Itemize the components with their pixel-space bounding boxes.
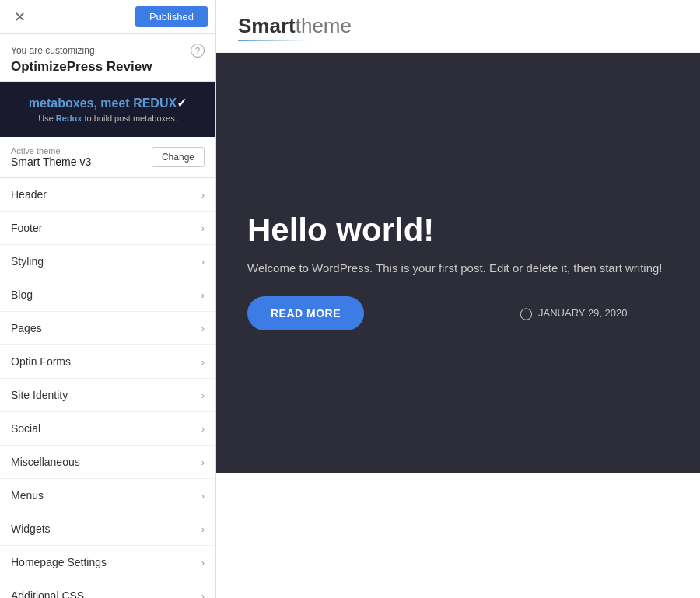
chevron-right-icon: › <box>201 557 205 568</box>
nav-item-label: Menus <box>11 489 44 502</box>
logo-theme: theme <box>296 14 352 37</box>
nav-item-label: Optin Forms <box>11 355 71 368</box>
you-are-customizing-text: You are customizing <box>11 45 95 56</box>
nav-item-blog[interactable]: Blog › <box>0 278 215 312</box>
nav-item-optin-forms[interactable]: Optin Forms › <box>0 345 215 379</box>
nav-items: Header › Footer › Styling › Blog › Pages… <box>0 178 215 598</box>
chevron-right-icon: › <box>201 289 205 301</box>
chevron-right-icon: › <box>201 222 205 234</box>
nav-item-homepage-settings[interactable]: Homepage Settings › <box>0 546 215 579</box>
nav-item-site-identity[interactable]: Site Identity › <box>0 379 215 412</box>
banner-subtitle: Use Redux to build post metaboxes. <box>11 114 205 123</box>
chevron-right-icon: › <box>201 356 205 368</box>
nav-item-footer[interactable]: Footer › <box>0 212 215 245</box>
nav-item-label: Styling <box>11 255 44 268</box>
logo-smart: Smart <box>238 14 296 37</box>
banner-section: metaboxes, meet REDUX✓ Use Redux to buil… <box>0 82 215 137</box>
nav-item-social[interactable]: Social › <box>0 412 215 446</box>
customizing-label: You are customizing ? <box>11 44 205 58</box>
change-theme-button[interactable]: Change <box>152 147 205 167</box>
nav-item-header[interactable]: Header › <box>0 178 215 212</box>
nav-item-styling[interactable]: Styling › <box>0 245 215 278</box>
published-button[interactable]: Published <box>135 6 208 27</box>
read-more-button[interactable]: READ MORE <box>247 296 364 330</box>
active-theme-info: Active theme Smart Theme v3 <box>11 146 91 168</box>
chevron-right-icon: › <box>201 490 205 502</box>
nav-item-pages[interactable]: Pages › <box>0 312 215 345</box>
chevron-right-icon: › <box>201 590 205 599</box>
nav-item-label: Site Identity <box>11 389 68 401</box>
nav-item-label: Additional CSS <box>11 589 84 598</box>
hero-title: Hello world! <box>247 212 669 249</box>
nav-item-miscellaneous[interactable]: Miscellaneous › <box>0 446 215 479</box>
chevron-right-icon: › <box>201 456 205 468</box>
banner-title: metaboxes, meet REDUX✓ <box>11 96 205 110</box>
chevron-right-icon: › <box>201 423 205 435</box>
clock-icon: ◯ <box>520 306 533 320</box>
active-theme-label: Active theme <box>11 146 91 156</box>
date-text: JANUARY 29, 2020 <box>538 307 627 319</box>
post-date: ◯ JANUARY 29, 2020 <box>520 306 627 320</box>
nav-item-label: Blog <box>11 289 33 301</box>
close-button[interactable]: ✕ <box>8 5 32 29</box>
hero-subtitle: Welcome to WordPress. This is your first… <box>247 261 667 275</box>
chevron-right-icon: › <box>201 256 205 268</box>
hero-footer: READ MORE ◯ JANUARY 29, 2020 <box>247 296 669 330</box>
active-theme-section: Active theme Smart Theme v3 Change <box>0 137 215 178</box>
active-theme-name: Smart Theme v3 <box>11 156 91 168</box>
hero-section: Hello world! Welcome to WordPress. This … <box>216 53 700 473</box>
nav-item-label: Social <box>11 422 40 435</box>
chevron-right-icon: › <box>201 189 205 201</box>
site-header: Smarttheme <box>216 0 700 53</box>
nav-item-menus[interactable]: Menus › <box>0 479 215 512</box>
site-logo: Smarttheme <box>238 14 678 38</box>
help-icon[interactable]: ? <box>191 44 205 58</box>
nav-item-label: Homepage Settings <box>11 556 107 568</box>
left-panel: ✕ Published You are customizing ? Optimi… <box>0 0 216 598</box>
nav-item-label: Header <box>11 188 47 201</box>
nav-item-label: Pages <box>11 322 42 334</box>
chevron-right-icon: › <box>201 390 205 401</box>
top-bar: ✕ Published <box>0 0 215 34</box>
nav-item-label: Footer <box>11 222 42 234</box>
nav-item-additional-css[interactable]: Additional CSS › <box>0 579 215 598</box>
logo-underline <box>238 40 308 41</box>
chevron-right-icon: › <box>201 523 205 535</box>
right-panel: Smarttheme Hello world! Welcome to WordP… <box>216 0 700 598</box>
chevron-right-icon: › <box>201 323 205 334</box>
customizing-title: OptimizePress Review <box>11 59 205 75</box>
nav-item-label: Widgets <box>11 523 51 535</box>
customizing-section: You are customizing ? OptimizePress Revi… <box>0 34 215 82</box>
nav-item-widgets[interactable]: Widgets › <box>0 512 215 546</box>
nav-item-label: Miscellaneous <box>11 456 80 468</box>
